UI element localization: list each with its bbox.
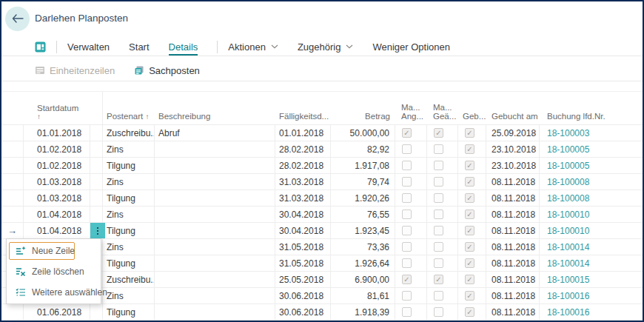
cell-betrag[interactable]: 81,61 [331, 288, 395, 303]
document-no-link[interactable]: 18-100010 [547, 209, 589, 220]
tab-start[interactable]: Start [129, 41, 149, 53]
document-no-link[interactable]: 18-100010 [547, 226, 589, 236]
document-no-link[interactable]: 18-100016 [547, 307, 589, 318]
back-button[interactable] [5, 7, 30, 31]
column-header-postenart[interactable]: Postenart ↑ [103, 92, 155, 124]
cell-gebucht-am[interactable]: 08.11.2018 [486, 207, 540, 222]
cell-gebucht-am[interactable]: 23.10.2018 [486, 141, 540, 157]
document-no-link[interactable]: 18-100005 [547, 144, 589, 155]
cell-startdatum[interactable]: 01.01.2018 [24, 125, 90, 141]
row-marker[interactable] [1, 207, 24, 222]
cell-faelligkeitsdatum[interactable]: 28.02.2018 [275, 141, 331, 157]
cell-postenart[interactable]: Tilgung [103, 223, 155, 238]
column-header-gebucht-am[interactable]: Gebucht am [486, 92, 540, 124]
cell-betrag[interactable]: 50.000,00 [331, 125, 395, 141]
cell-postenart[interactable]: Tilgung [103, 255, 155, 271]
cell-faelligkeitsdatum[interactable]: 31.05.2018 [275, 255, 331, 271]
row-marker[interactable] [1, 125, 24, 141]
menu-aktionen[interactable]: Aktionen [228, 41, 278, 53]
cell-beschreibung[interactable] [155, 304, 275, 320]
tab-verwalten[interactable]: Verwalten [67, 41, 110, 53]
cell-faelligkeitsdatum[interactable]: 30.04.2018 [275, 223, 331, 238]
row-marker[interactable] [1, 158, 24, 173]
column-header-faelligkeitsdatum[interactable]: Fälligkeitsd... [275, 92, 331, 124]
cell-gebucht-am[interactable]: 08.11.2018 [486, 223, 540, 238]
cell-beschreibung[interactable] [155, 174, 275, 189]
cell-faelligkeitsdatum[interactable]: 01.01.2018 [275, 125, 331, 141]
cell-faelligkeitsdatum[interactable]: 30.06.2018 [275, 288, 331, 303]
cell-beschreibung[interactable]: Abruf [155, 125, 275, 141]
cell-startdatum[interactable]: 01.02.2018 [24, 158, 90, 173]
cell-faelligkeitsdatum[interactable]: 30.04.2018 [275, 207, 331, 222]
cell-gebucht-am[interactable]: 23.10.2018 [486, 158, 540, 173]
cell-beschreibung[interactable] [155, 255, 275, 271]
row-marker[interactable] [1, 174, 24, 189]
cell-postenart[interactable]: Tilgung [103, 190, 155, 206]
cell-startdatum[interactable]: 01.06.2018 [24, 304, 90, 320]
cell-startdatum[interactable]: 01.03.2018 [24, 174, 90, 189]
cell-gebucht-am[interactable]: 08.11.2018 [486, 304, 540, 320]
cell-faelligkeitsdatum[interactable]: 31.05.2018 [275, 239, 331, 255]
cell-faelligkeitsdatum[interactable]: 25.05.2018 [275, 272, 331, 287]
document-no-link[interactable]: 18-100008 [547, 177, 589, 187]
cell-postenart[interactable]: Zins [103, 174, 155, 189]
cell-beschreibung[interactable] [155, 239, 275, 255]
column-header-buchung-lfd-nr[interactable]: Buchung lfd.Nr. [540, 92, 643, 124]
cell-postenart[interactable]: Zins [103, 239, 155, 255]
cell-betrag[interactable]: 79,74 [331, 174, 395, 189]
row-marker[interactable] [1, 141, 24, 157]
document-no-link[interactable]: 18-100005 [547, 161, 589, 171]
cell-betrag[interactable]: 1.920,26 [331, 190, 395, 206]
cell-faelligkeitsdatum[interactable]: 31.03.2018 [275, 190, 331, 206]
context-menu-item-weitere-auswaehlen[interactable]: Weitere auswählen [7, 282, 101, 303]
document-no-link[interactable]: 18-100016 [547, 291, 589, 301]
cell-postenart[interactable]: Zuschreibu... [103, 272, 155, 287]
cell-gebucht-am[interactable]: 08.11.2018 [486, 255, 540, 271]
cell-betrag[interactable]: 76,55 [331, 207, 395, 222]
cell-betrag[interactable]: 73,36 [331, 239, 395, 255]
cell-gebucht-am[interactable]: 08.11.2018 [486, 239, 540, 255]
cell-startdatum[interactable]: 01.04.2018 [24, 223, 90, 238]
document-no-link[interactable]: 18-100015 [547, 275, 589, 285]
cell-postenart[interactable]: Tilgung [103, 158, 155, 173]
context-menu-item-zeile-loeschen[interactable]: Zeile löschen [7, 261, 101, 282]
cell-faelligkeitsdatum[interactable]: 28.02.2018 [275, 158, 331, 173]
cell-beschreibung[interactable] [155, 288, 275, 303]
row-marker[interactable]: → [1, 223, 24, 238]
cell-startdatum[interactable]: 01.04.2018 [24, 207, 90, 222]
document-no-link[interactable]: 18-100008 [547, 193, 589, 204]
cell-postenart[interactable]: Zins [103, 141, 155, 157]
column-header-beschreibung[interactable]: Beschreibung [155, 92, 275, 124]
tab-details[interactable]: Details [169, 41, 198, 56]
context-menu-item-neue-zeile[interactable]: Neue Zeile [9, 242, 75, 260]
cell-postenart[interactable]: Zins [103, 288, 155, 303]
cell-betrag[interactable]: 82,92 [331, 141, 395, 157]
document-no-link[interactable]: 18-100003 [547, 128, 589, 138]
column-header-startdatum[interactable]: Startdatum ↑ [24, 92, 103, 124]
cell-startdatum[interactable]: 01.02.2018 [24, 141, 90, 157]
cell-beschreibung[interactable] [155, 272, 275, 287]
cell-gebucht-am[interactable]: 08.11.2018 [486, 190, 540, 206]
cell-gebucht-am[interactable]: 08.11.2018 [486, 288, 540, 303]
cell-gebucht-am[interactable]: 08.11.2018 [486, 174, 540, 189]
column-header-gebucht[interactable]: Geb... [458, 92, 486, 124]
cell-betrag[interactable]: 1.918,39 [331, 304, 395, 320]
cell-gebucht-am[interactable]: 25.09.2018 [486, 125, 540, 141]
action-sachposten[interactable]: Sachposten [134, 65, 200, 76]
cell-postenart[interactable]: Zuschreibu... [103, 125, 155, 141]
row-marker[interactable] [1, 304, 24, 320]
cell-beschreibung[interactable] [155, 223, 275, 238]
cell-betrag[interactable]: 6.900,00 [331, 272, 395, 287]
cell-postenart[interactable]: Tilgung [103, 304, 155, 320]
cell-beschreibung[interactable] [155, 207, 275, 222]
row-marker[interactable] [1, 190, 24, 206]
row-context-menu-button[interactable] [90, 223, 105, 238]
cell-beschreibung[interactable] [155, 141, 275, 157]
cell-beschreibung[interactable] [155, 158, 275, 173]
menu-weniger-optionen[interactable]: Weniger Optionen [372, 41, 450, 53]
column-header-manuell-geaendert[interactable]: Ma...Geä... [427, 92, 458, 124]
column-header-betrag[interactable]: Betrag [331, 92, 395, 124]
cell-faelligkeitsdatum[interactable]: 31.03.2018 [275, 174, 331, 189]
cell-postenart[interactable]: Zins [103, 207, 155, 222]
cell-betrag[interactable]: 1.926,64 [331, 255, 395, 271]
